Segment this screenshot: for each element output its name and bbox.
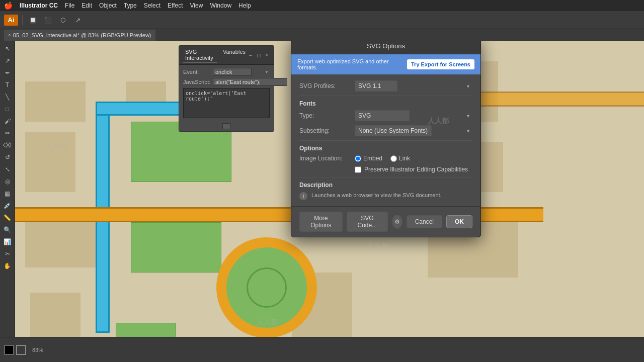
menu-object[interactable]: Object xyxy=(99,2,117,9)
divider-1 xyxy=(299,96,472,96)
preserve-checkbox-row: Preserve Illustrator Editing Capabilitie… xyxy=(355,166,472,173)
description-title: Description xyxy=(299,182,472,189)
profiles-row: SVG Profiles: SVG 1.1 SVG 1.0 SVG Basic … xyxy=(299,80,472,92)
embed-radio[interactable] xyxy=(355,155,361,162)
subsetting-select-wrapper: None (Use System Fonts) Common English A… xyxy=(355,125,472,136)
image-location-row: Image Location: Embed Link xyxy=(299,155,472,162)
panel-close-btn[interactable]: × xyxy=(264,52,270,58)
link-radio-label[interactable]: Link xyxy=(390,155,410,162)
ok-button[interactable]: OK xyxy=(446,215,472,228)
tool-pen[interactable]: ✒ xyxy=(2,67,13,78)
image-location-label: Image Location: xyxy=(299,155,355,162)
event-label: Event: xyxy=(183,69,211,75)
panel-header: SVG Interactivity Variables – ◻ × xyxy=(179,46,274,65)
menu-view[interactable]: View xyxy=(190,2,203,9)
embed-radio-label[interactable]: Embed xyxy=(355,155,382,162)
code-display: onclick="alert('East route');" xyxy=(183,88,270,118)
tool-line[interactable]: ╲ xyxy=(2,92,13,103)
divider-3 xyxy=(299,177,472,177)
bottom-bar: 83% xyxy=(0,337,644,362)
dialog-banner-text: Export web-optimized SVG and other forma… xyxy=(297,58,407,70)
app-name: Illustrator CC xyxy=(20,2,58,9)
cancel-button[interactable]: Cancel xyxy=(407,215,442,228)
tool-type[interactable]: T xyxy=(2,79,13,90)
tool-eraser[interactable]: ⌫ xyxy=(2,140,13,151)
menu-effect[interactable]: Effect xyxy=(168,2,183,9)
menu-select[interactable]: Select xyxy=(144,2,160,9)
tool-pencil[interactable]: ✏ xyxy=(2,128,13,139)
try-export-screens-button[interactable]: Try Export for Screens xyxy=(407,59,474,69)
fill-swatch[interactable] xyxy=(4,345,14,355)
type-row: Type: SVG Convert to outline Adobe CEF xyxy=(299,110,472,121)
tab-svg-interactivity[interactable]: SVG Interactivity xyxy=(183,48,217,62)
stroke-swatch[interactable] xyxy=(16,345,26,355)
tool-eyedrop[interactable]: 💉 xyxy=(2,200,13,211)
svg-options-dialog: SVG Options Export web-optimized SVG and… xyxy=(291,38,481,237)
tool-select[interactable]: ↖ xyxy=(2,43,13,54)
panel-body: Event: onclick onmouseover onmouseout ▾ … xyxy=(179,65,274,121)
subsetting-row: Subsetting: None (Use System Fonts) Comm… xyxy=(299,125,472,136)
svg-interactivity-panel: SVG Interactivity Variables – ◻ × Event:… xyxy=(179,45,274,132)
options-section-title: Options xyxy=(299,145,472,152)
toolbar-sep-1 xyxy=(22,15,23,25)
tool-hand[interactable]: ✋ xyxy=(2,260,13,272)
tool-direct-select[interactable]: ↗ xyxy=(2,55,13,66)
map-block-3 xyxy=(25,217,96,267)
description-text: Launches a web browser to view the SVG d… xyxy=(311,192,442,199)
device-icon: ⚙ xyxy=(394,218,400,225)
tool-measure[interactable]: 📏 xyxy=(2,212,13,223)
fonts-section-title: Fonts xyxy=(299,100,472,107)
tab-variables[interactable]: Variables xyxy=(221,48,248,62)
tool-rect[interactable]: □ xyxy=(2,104,13,115)
toolbar-icon-2[interactable]: ⬛ xyxy=(42,14,54,26)
toolbar-icon-1[interactable]: 🔲 xyxy=(27,14,39,26)
tool-zoom[interactable]: 🔍 xyxy=(2,224,13,235)
tab-bar: × 05_02_SVG_interactive.ai* @ 83% (RGB/G… xyxy=(0,29,644,41)
javascript-row: JavaScript: xyxy=(183,78,270,86)
type-label: Type: xyxy=(299,112,355,119)
subsetting-select[interactable]: None (Use System Fonts) Common English A… xyxy=(355,125,432,136)
preserve-checkbox[interactable] xyxy=(355,166,361,173)
panel-minimize-btn[interactable]: – xyxy=(248,52,254,58)
image-location-radios: Embed Link xyxy=(355,155,410,162)
more-options-button[interactable]: More Options xyxy=(299,212,343,232)
menu-file[interactable]: File xyxy=(65,2,74,9)
menu-edit[interactable]: Edit xyxy=(82,2,92,9)
javascript-input[interactable] xyxy=(213,78,287,86)
menu-help[interactable]: Help xyxy=(238,2,251,9)
tool-paint[interactable]: 🖌 xyxy=(2,116,13,127)
dialog-banner: Export web-optimized SVG and other forma… xyxy=(291,54,480,74)
panel-collapse-btn[interactable]: ◻ xyxy=(256,52,262,58)
blue-road-h xyxy=(96,102,186,116)
svg-code-button[interactable]: SVG Code... xyxy=(347,212,388,232)
event-select[interactable]: onclick onmouseover onmouseout xyxy=(213,68,252,76)
description-section: Description i Launches a web browser to … xyxy=(299,182,472,200)
document-tab[interactable]: × 05_02_SVG_interactive.ai* @ 83% (RGB/G… xyxy=(4,30,155,41)
tool-rotate[interactable]: ↺ xyxy=(2,152,13,163)
panel-tabs: SVG Interactivity Variables xyxy=(183,48,248,62)
panel-footer xyxy=(179,121,274,131)
embed-label-text: Embed xyxy=(363,155,382,162)
type-select[interactable]: SVG Convert to outline Adobe CEF xyxy=(355,110,410,121)
menubar: 🍎 Illustrator CC File Edit Object Type S… xyxy=(0,0,644,11)
profiles-select[interactable]: SVG 1.1 SVG 1.0 SVG Basic SVG Tiny 1.1 xyxy=(355,80,397,92)
device-icon-button[interactable]: ⚙ xyxy=(392,215,403,229)
tool-chart[interactable]: 📊 xyxy=(2,236,13,247)
tool-blend[interactable]: ◎ xyxy=(2,176,13,187)
tool-scale[interactable]: ⤡ xyxy=(2,164,13,175)
tool-slice[interactable]: ✂ xyxy=(2,248,13,259)
menu-type[interactable]: Type xyxy=(124,2,137,9)
link-radio[interactable] xyxy=(390,155,397,162)
tab-close-btn[interactable]: × xyxy=(8,32,11,38)
toolbar-icon-3[interactable]: ⬡ xyxy=(57,14,69,26)
map-block-2 xyxy=(25,132,75,192)
apple-menu[interactable]: 🍎 xyxy=(4,2,13,10)
toolbar-icon-arrow[interactable]: ↗ xyxy=(72,14,84,26)
tool-gradient[interactable]: ▦ xyxy=(2,188,13,199)
menu-window[interactable]: Window xyxy=(210,2,231,9)
panel-controls: – ◻ × xyxy=(248,52,270,58)
dialog-footer: More Options SVG Code... ⚙ Cancel OK xyxy=(291,206,480,237)
panel-action-btn[interactable] xyxy=(222,123,230,129)
javascript-label: JavaScript: xyxy=(183,79,211,85)
subsetting-label: Subsetting: xyxy=(299,127,355,134)
